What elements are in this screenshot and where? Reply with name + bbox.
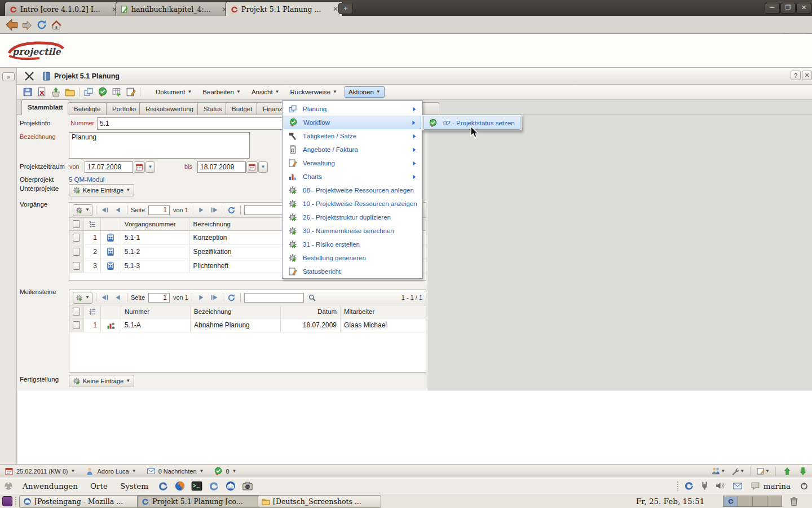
tab-status[interactable]: Status — [197, 102, 228, 115]
reload-icon[interactable] — [36, 19, 47, 30]
table-filter-input[interactable] — [244, 293, 304, 303]
shutdown-icon[interactable] — [800, 481, 809, 491]
col-bezeichnung[interactable]: Bezeichnung — [191, 305, 281, 318]
back-icon[interactable] — [5, 17, 19, 32]
forward-icon[interactable] — [21, 20, 33, 31]
select-all-checkbox[interactable] — [73, 220, 80, 228]
fertigstellung-empty-button[interactable]: Keine Einträge ▼ — [69, 375, 134, 387]
home-icon[interactable] — [51, 19, 62, 30]
menu-dokument[interactable]: Dokument▼ — [152, 87, 195, 97]
menu-item-angebote-faktura[interactable]: Angebote / Faktura — [284, 143, 421, 156]
row-checkbox[interactable] — [73, 262, 80, 270]
status-workflow-count[interactable]: 0 — [226, 468, 229, 475]
scroll-up-icon[interactable] — [783, 467, 792, 476]
archive-icon[interactable] — [51, 87, 61, 97]
col-datum[interactable]: Datum — [281, 305, 341, 318]
taskbar-window-screenshots[interactable]: [Deutsch_Screenshots ... — [258, 495, 381, 508]
last-page-button[interactable] — [209, 293, 219, 302]
menu-item-30-nummernkreise[interactable]: 30 - Nummernkreise berechnen — [284, 224, 421, 238]
tab-portfolio[interactable]: Portfolio — [106, 102, 142, 115]
bis-calendar-button[interactable] — [246, 161, 258, 173]
distro-logo-icon[interactable] — [3, 481, 14, 491]
close-document-icon[interactable] — [24, 71, 35, 82]
wrench-icon[interactable] — [731, 467, 740, 476]
row-select-cell[interactable] — [69, 259, 84, 273]
taskbar-window-posteingang[interactable]: [Posteingang - Mozilla ... — [19, 495, 143, 508]
tab-beteiligte[interactable]: Beteiligte — [68, 102, 107, 115]
tab-budget[interactable]: Budget — [226, 102, 258, 115]
select-all-cell[interactable] — [69, 218, 84, 230]
people-icon[interactable] — [711, 466, 721, 476]
table-export-icon[interactable] — [112, 87, 122, 97]
bezeichnung-textarea[interactable]: Planung — [69, 132, 250, 159]
unterprojekte-empty-button[interactable]: Keine Einträge ▼ — [69, 184, 134, 196]
menu-rueckverweise[interactable]: Rückverweise▼ — [287, 87, 341, 97]
menu-item-charts[interactable]: Charts — [284, 170, 421, 183]
menu-bearbeiten[interactable]: Bearbeiten▼ — [199, 87, 244, 97]
row-number-header[interactable] — [84, 218, 101, 230]
menu-item-10-ressourcen-anzeigen[interactable]: 10 - Projektweise Ressourcen anzeigen — [284, 197, 421, 211]
prev-page-button[interactable] — [113, 205, 123, 214]
menu-system[interactable]: System — [117, 481, 152, 491]
von-date-input[interactable] — [85, 161, 133, 173]
row-select-cell[interactable] — [69, 245, 84, 259]
row-checkbox[interactable] — [73, 321, 80, 329]
row-checkbox[interactable] — [73, 234, 80, 242]
trash-icon[interactable] — [788, 496, 800, 507]
folder-icon[interactable] — [65, 87, 75, 97]
menu-item-08-ressourcen-anlegen[interactable]: 08 - Projektweise Ressourcen anlegen — [284, 183, 421, 197]
notes-icon[interactable] — [756, 467, 765, 476]
browser-tab-1[interactable]: Intro [core 4.1.0.2] I... ✕ — [5, 2, 122, 16]
prev-page-button[interactable] — [113, 293, 123, 302]
refresh-button[interactable] — [227, 293, 237, 302]
workspace-4[interactable] — [767, 496, 782, 506]
firefox-launcher-icon[interactable] — [174, 480, 186, 492]
von-calendar-button[interactable] — [134, 161, 145, 173]
menu-aktionen-open[interactable]: Aktionen▼ — [345, 86, 385, 98]
network-plug-icon[interactable] — [700, 481, 709, 491]
row-checkbox[interactable] — [73, 248, 80, 256]
session-user[interactable]: marina — [764, 481, 791, 491]
window-close-button[interactable]: ✕ — [796, 3, 811, 14]
new-tab-button[interactable]: + — [338, 3, 353, 14]
von-dropdown-button[interactable]: ▼ — [145, 161, 155, 173]
menu-item-verwaltung[interactable]: Verwaltung — [284, 156, 421, 170]
tab-stammblatt[interactable]: Stammblatt — [21, 99, 69, 115]
row-select-cell[interactable] — [69, 231, 84, 244]
workspace-switcher[interactable] — [723, 496, 782, 507]
help-button[interactable]: ? — [791, 71, 801, 80]
save-icon[interactable] — [23, 87, 33, 97]
table-gear-menu[interactable]: ▼ — [73, 292, 92, 304]
thunderbird-launcher-icon[interactable] — [225, 480, 236, 492]
oberprojekt-link[interactable]: 5 QM-Modul — [69, 176, 104, 183]
chat-bubble-icon[interactable] — [751, 481, 760, 491]
col-nummer[interactable]: Nummer — [121, 305, 191, 318]
first-page-button[interactable] — [100, 205, 110, 214]
first-page-button[interactable] — [100, 293, 110, 302]
col-mitarbeiter[interactable]: Mitarbeiter — [341, 305, 426, 318]
tray-app-swirl-icon[interactable] — [683, 480, 694, 491]
browser-tab-2[interactable]: handbuch:kapitel_4:... ✕ — [116, 2, 232, 16]
taskbar-window-projekt-active[interactable]: Projekt 5.1 Planung [co... — [137, 495, 263, 508]
edit-page-icon[interactable] — [126, 87, 136, 97]
last-page-button[interactable] — [209, 205, 219, 214]
status-user[interactable]: Adoro Luca — [97, 468, 129, 475]
menu-item-26-projektstruktur[interactable]: 26 - Projektstruktur duplizieren — [284, 211, 421, 224]
tab-risikobewertung[interactable]: Risikobewertung — [139, 102, 200, 115]
mail-tray-icon[interactable] — [732, 481, 743, 491]
menu-orte[interactable]: Orte — [87, 481, 111, 491]
app-launcher-swirl-icon[interactable] — [157, 480, 169, 492]
menu-item-31-risiko[interactable]: 31 - Risiko erstellen — [284, 238, 421, 251]
clock[interactable]: Fr, 25. Feb, 15:51 — [636, 497, 704, 506]
menu-ansicht[interactable]: Ansicht▼ — [248, 87, 283, 97]
show-desktop-icon[interactable] — [2, 496, 12, 506]
copy-window-icon[interactable] — [83, 87, 94, 97]
next-page-button[interactable] — [196, 293, 206, 302]
table-gear-menu[interactable]: ▼ — [73, 204, 92, 216]
menu-item-statusbericht[interactable]: Statusbericht — [284, 265, 421, 278]
table-row[interactable]: 1 5.1-A Abnahme Planung 18.07.2009 Glaas… — [69, 318, 426, 332]
workflow-check-icon[interactable] — [98, 87, 108, 97]
col-vorgangsnummer[interactable]: Vorgangsnummer — [121, 218, 190, 230]
window-restore-button[interactable]: ❐ — [780, 3, 796, 14]
status-messages[interactable]: 0 Nachrichten — [158, 468, 197, 475]
